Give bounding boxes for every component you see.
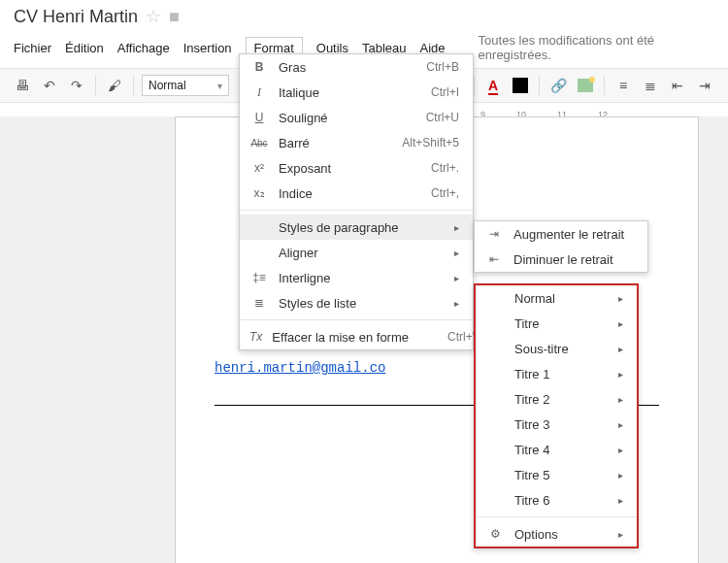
undo-icon[interactable]: ↶ <box>39 75 60 96</box>
redo-icon[interactable]: ↷ <box>66 75 87 96</box>
increase-indent[interactable]: ⇥ Augmenter le retrait <box>475 221 647 247</box>
indent-submenu: ⇥ Augmenter le retrait ⇤ Diminuer le ret… <box>474 220 648 273</box>
italic-icon: I <box>249 85 269 100</box>
star-icon[interactable]: ☆ <box>146 6 161 27</box>
folder-icon[interactable]: ■ <box>169 7 180 27</box>
superscript-icon: x² <box>249 161 269 175</box>
format-line-spacing[interactable]: ‡≡ Interligne ▸ <box>240 265 473 290</box>
style-h3[interactable]: Titre 3▸ <box>476 412 637 437</box>
format-clear[interactable]: Tx Effacer la mise en forme Ctrl+\ <box>240 324 473 349</box>
bold-icon: B <box>249 60 269 74</box>
format-italic[interactable]: I Italique Ctrl+I <box>240 80 473 105</box>
indent-decrease-icon: ⇤ <box>484 252 504 266</box>
increase-indent-icon[interactable]: ⇥ <box>694 75 715 96</box>
strikethrough-icon: Abc <box>249 138 269 149</box>
paragraph-styles-submenu: Normal▸ Titre▸ Sous-titre▸ Titre 1▸ Titr… <box>474 283 639 548</box>
chevron-down-icon: ▾ <box>217 81 222 91</box>
style-h1[interactable]: Titre 1▸ <box>476 361 637 386</box>
style-h4[interactable]: Titre 4▸ <box>476 437 637 462</box>
line-spacing-icon: ‡≡ <box>249 271 269 284</box>
save-status: Toutes les modifications ont été enregis… <box>479 33 714 62</box>
email-link[interactable]: henri.martin@gmail.co <box>215 360 385 376</box>
bulleted-list-icon[interactable]: ≣ <box>640 75 661 96</box>
decrease-indent[interactable]: ⇤ Diminuer le retrait <box>475 247 647 272</box>
underline-icon: U <box>249 111 269 124</box>
style-h6[interactable]: Titre 6▸ <box>476 487 637 513</box>
chevron-right-icon: ▸ <box>454 298 459 309</box>
menu-insert[interactable]: Insertion <box>183 41 232 55</box>
chevron-right-icon: ▸ <box>618 495 623 506</box>
format-superscript[interactable]: x² Exposant Ctrl+. <box>240 155 473 181</box>
chevron-right-icon: ▸ <box>618 293 623 304</box>
format-underline[interactable]: U Souligné Ctrl+U <box>240 105 473 130</box>
style-title[interactable]: Titre▸ <box>476 311 637 336</box>
chevron-right-icon: ▸ <box>618 470 623 480</box>
numbered-list-icon[interactable]: ≡ <box>612 75 634 96</box>
chevron-right-icon: ▸ <box>618 344 623 354</box>
subscript-icon: x₂ <box>249 186 269 200</box>
format-subscript[interactable]: x₂ Indice Ctrl+, <box>240 181 473 206</box>
chevron-right-icon: ▸ <box>454 273 459 283</box>
chevron-right-icon: ▸ <box>618 419 623 430</box>
doc-title[interactable]: CV Henri Martin <box>14 7 138 27</box>
format-bold[interactable]: B Gras Ctrl+B <box>240 54 473 80</box>
format-dropdown: B Gras Ctrl+B I Italique Ctrl+I U Soulig… <box>239 53 474 350</box>
gear-icon: ⚙ <box>485 527 505 541</box>
chevron-right-icon: ▸ <box>618 394 623 405</box>
menu-file[interactable]: Fichier <box>14 41 51 55</box>
clear-format-icon: Tx <box>249 330 262 344</box>
paint-format-icon[interactable]: 🖌 <box>104 75 125 96</box>
style-h2[interactable]: Titre 2▸ <box>476 386 637 412</box>
chevron-right-icon: ▸ <box>618 318 623 329</box>
fill-color-icon[interactable] <box>510 75 531 96</box>
list-icon: ≣ <box>249 296 269 310</box>
format-list-styles[interactable]: ≣ Styles de liste ▸ <box>240 290 473 315</box>
style-normal[interactable]: Normal▸ <box>476 285 637 311</box>
format-paragraph-styles[interactable]: Styles de paragraphe ▸ <box>240 215 473 240</box>
style-subtitle[interactable]: Sous-titre▸ <box>476 336 637 361</box>
print-icon[interactable]: 🖶 <box>12 75 33 96</box>
paragraph-style-label: Normal <box>149 79 186 92</box>
style-options[interactable]: ⚙Options▸ <box>476 521 637 546</box>
chevron-right-icon: ▸ <box>618 369 623 380</box>
style-h5[interactable]: Titre 5▸ <box>476 462 637 487</box>
paragraph-style-select[interactable]: Normal ▾ <box>142 75 229 96</box>
format-strike[interactable]: Abc Barré Alt+Shift+5 <box>240 130 473 155</box>
menu-edit[interactable]: Édition <box>65 41 104 55</box>
text-color-icon[interactable]: A <box>482 75 504 96</box>
indent-increase-icon: ⇥ <box>484 227 504 241</box>
chevron-right-icon: ▸ <box>454 222 459 233</box>
decrease-indent-icon[interactable]: ⇤ <box>667 75 688 96</box>
chevron-right-icon: ▸ <box>454 248 459 258</box>
menu-view[interactable]: Affichage <box>117 41 170 55</box>
insert-image-icon[interactable] <box>575 75 596 96</box>
format-align[interactable]: Aligner ▸ <box>240 240 473 265</box>
chevron-right-icon: ▸ <box>618 529 623 540</box>
chevron-right-icon: ▸ <box>618 445 623 455</box>
insert-link-icon[interactable]: 🔗 <box>547 75 569 96</box>
